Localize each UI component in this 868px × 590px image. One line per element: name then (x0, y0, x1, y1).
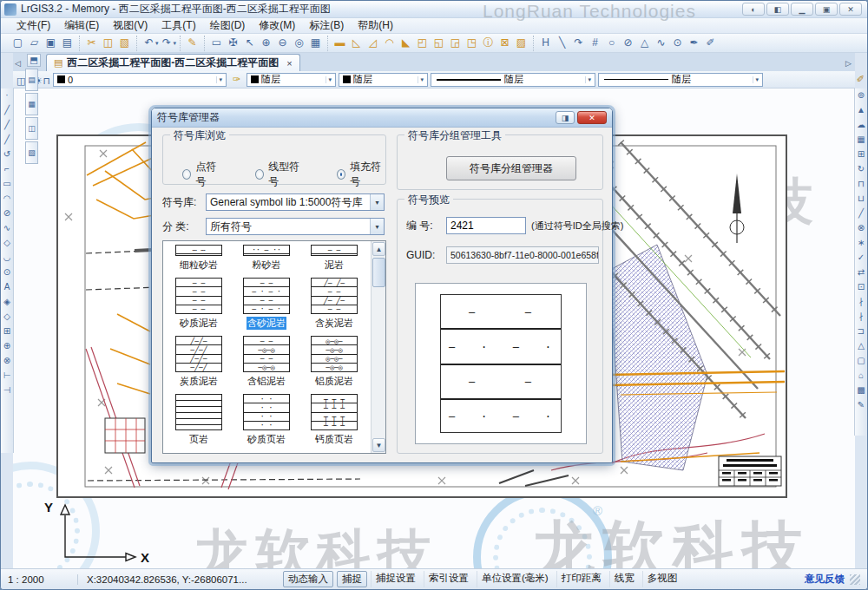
grid-table-icon[interactable]: ▦ (307, 36, 324, 51)
symbol-item[interactable]: · · · · · · · · 砂质页岩 (233, 394, 300, 446)
symbol-item[interactable]: — — — · — · — — — · — · 含砂泥岩 (233, 278, 300, 330)
node-add-icon[interactable]: ⊞ (1, 324, 13, 339)
rotate-icon[interactable]: ↻ (855, 162, 867, 177)
symbol-item[interactable]: — — — — — — — — 砂质泥岩 (165, 278, 233, 330)
menu-item[interactable]: 绘图(D) (203, 17, 253, 34)
crop-icon[interactable]: ⊡ (855, 280, 867, 295)
symbol-icon[interactable]: ◈ (1, 295, 13, 310)
color-combo-2[interactable]: 随层 ▾ (339, 73, 428, 87)
save-icon[interactable]: ▣ (43, 36, 59, 51)
node-grid-icon[interactable]: # (587, 36, 603, 51)
pen-icon[interactable]: ✒ (686, 36, 702, 51)
triangle-icon[interactable]: ▲ (855, 103, 867, 118)
statusbar-button[interactable]: 线宽 (609, 571, 639, 587)
restore-button[interactable]: ▣ (815, 3, 838, 16)
fillet-icon[interactable]: ▢ (855, 354, 867, 369)
extend-icon[interactable]: ∤ (855, 310, 867, 324)
symbol-item[interactable]: ╱—╱— —╱—╱ ╱—╱— —╱—╱ 炭质泥岩 (165, 336, 233, 388)
statusbar-button[interactable]: 捕捉设置 (371, 571, 420, 587)
fill-tool-icon[interactable]: ◣ (398, 36, 414, 51)
menu-item[interactable]: 视图(V) (106, 17, 155, 34)
statusbar-button[interactable]: 打印距离 (556, 571, 606, 587)
menu-item[interactable]: 文件(F) (10, 17, 57, 34)
pencil-icon[interactable]: ✐ (702, 36, 719, 51)
symbol-item[interactable]: 页岩 (165, 394, 233, 446)
new-icon[interactable]: ▢ (10, 36, 26, 51)
panel-tab-layers[interactable]: ▦ (25, 93, 38, 115)
home-icon[interactable]: ⌂ (855, 369, 867, 384)
layer-settings-icon[interactable]: ✑ (229, 74, 244, 85)
curve-icon[interactable]: ∿ (653, 36, 669, 51)
style-button[interactable]: ◐ (742, 3, 765, 16)
library-combo[interactable]: General symbol lib 1:5000符号库 ▾ (206, 193, 385, 211)
trim-icon[interactable]: ∤ (855, 295, 867, 310)
region-icon[interactable]: ⊠ (496, 36, 513, 51)
donut-icon[interactable]: ⊙ (1, 266, 13, 280)
symbol-item[interactable]: ┬ ┬ ┬ ┴ ┴ ┴ ┬ ┬ ┬ ┴ ┴ ┴ 钙质页岩 (300, 394, 368, 446)
category-combo[interactable]: 所有符号 ▾ (206, 218, 385, 235)
mirror-icon[interactable]: ⊔ (855, 192, 867, 206)
menu-item[interactable]: 标注(B) (302, 17, 351, 34)
spline-icon[interactable]: ∿ (1, 221, 13, 236)
zoom-in-icon[interactable]: ⊕ (258, 36, 274, 51)
lock-icon[interactable]: ⊓ (43, 75, 50, 86)
stretch-icon[interactable]: ⊓ (855, 177, 867, 192)
info-icon[interactable]: ⓘ (480, 36, 496, 51)
scroll-up-icon[interactable]: ▲ (372, 242, 385, 256)
edit-icon[interactable]: ✎ (855, 398, 867, 413)
minimize-button[interactable]: ▁ (791, 3, 813, 16)
radio-fill-symbol[interactable]: 填充符号 (337, 160, 385, 189)
link-icon[interactable]: ⊚ (855, 88, 867, 103)
quick-pencil-icon[interactable]: ✐ (857, 74, 865, 85)
layout3-icon[interactable]: ◲ (447, 36, 464, 51)
measure-icon[interactable]: ▬ (332, 36, 348, 51)
layer-combo[interactable]: 0 ▾ (53, 73, 227, 87)
feedback-link[interactable]: 意见反馈 (805, 573, 845, 586)
tab-scroll-right-icon[interactable]: ▷ (845, 59, 852, 68)
panel-tab-resources[interactable]: ◫ (25, 117, 38, 140)
menu-item[interactable]: 编辑(E) (57, 17, 106, 34)
text-icon[interactable]: A (1, 280, 13, 295)
join-icon[interactable]: ⊐ (855, 324, 867, 339)
arc-icon[interactable]: ↷ (570, 36, 587, 51)
angle-icon[interactable]: △ (636, 36, 653, 51)
resize-grip[interactable] (850, 574, 860, 585)
corner-icon[interactable]: ⌐ (1, 162, 13, 177)
paste-icon[interactable]: ▧ (116, 36, 133, 51)
node-delete-icon[interactable]: ⊗ (1, 354, 13, 369)
menu-item[interactable]: 帮助(H) (351, 17, 400, 34)
check-icon[interactable]: ✓ (855, 251, 867, 266)
symbol-id-input[interactable] (446, 217, 526, 234)
explode-icon[interactable]: ∗ (855, 236, 867, 251)
symbol-item[interactable]: ◎—◎— —◎—◎ ◎—◎— —◎—◎ 铝质泥岩 (300, 336, 368, 388)
rect-icon[interactable]: ▭ (1, 177, 13, 192)
array-icon[interactable]: ▦ (855, 133, 867, 148)
color-combo-1[interactable]: 随层 ▾ (247, 73, 336, 87)
segment-icon[interactable]: H (537, 36, 554, 51)
node-break-icon[interactable]: ⊣ (1, 384, 13, 398)
symbol-item[interactable]: ╱— ╱— — — ╱— ╱— — — 含炭泥岩 (300, 278, 368, 330)
radio-point-symbol[interactable]: 点符号 (182, 160, 222, 189)
menu-item[interactable]: 工具(T) (155, 17, 202, 34)
print-icon[interactable]: ▤ (59, 36, 76, 51)
scroll-down-icon[interactable]: ▼ (372, 438, 385, 452)
dialog-title-bar[interactable]: 符号库管理器 ◨ ✕ (152, 108, 612, 128)
tab-scroll-left-icon[interactable]: ◁ (13, 59, 25, 71)
ellipse-icon[interactable]: ⊘ (620, 36, 636, 51)
point-circle-icon[interactable]: ⊙ (669, 36, 686, 51)
symbol-list-scrollbar[interactable]: ▲ ▼ (371, 241, 385, 453)
select-icon[interactable]: ↖ (241, 36, 258, 51)
symbol-list[interactable]: ⋯ ⋯ 细粒砂岩 ·· — ·· 粉砂岩 — — 泥岩 (162, 240, 386, 454)
open-folder-icon[interactable]: ▱ (26, 36, 43, 51)
statusbar-button[interactable]: 索引设置 (424, 571, 473, 587)
layout1-icon[interactable]: ◰ (414, 36, 431, 51)
panel-tab-legend[interactable]: ▧ (25, 141, 38, 164)
node-join-icon[interactable]: ⊢ (1, 369, 13, 384)
radio-linetype-symbol[interactable]: 线型符号 (255, 160, 304, 189)
layout2-icon[interactable]: ◱ (431, 36, 447, 51)
document-tab[interactable]: ▤ 西二区采掘工程平面图-西二区采掘工程平面图 × (46, 54, 300, 71)
chamfer-icon[interactable]: △ (855, 339, 867, 354)
linetype-combo-1[interactable]: 随层 ▾ (431, 73, 595, 87)
arc-icon[interactable]: ◠ (1, 192, 13, 206)
statusbar-button[interactable]: 捕捉 (337, 571, 367, 587)
